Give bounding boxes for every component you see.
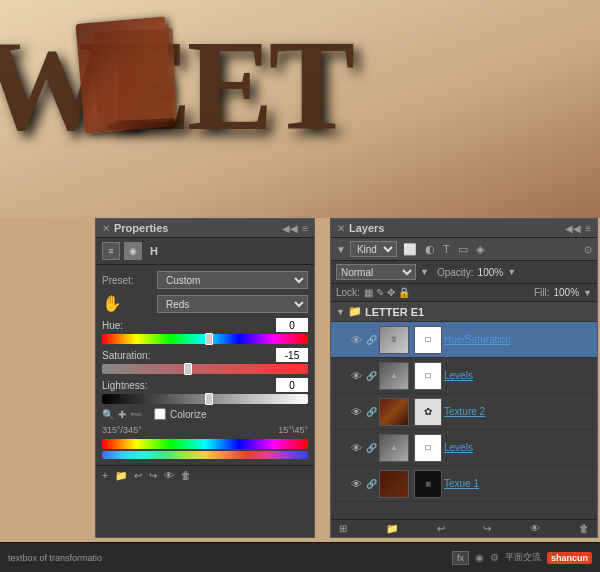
layer-eye-4[interactable]: 👁 <box>351 442 362 454</box>
hue-color-ramp <box>102 439 308 449</box>
trash-bottom-icon[interactable]: 🗑 <box>179 469 193 482</box>
preset-label: Preset: <box>102 275 157 286</box>
layer-eye-1[interactable]: 👁 <box>351 334 362 346</box>
watermark-text: 平面交流 <box>505 551 541 564</box>
layer-filter-adjust-icon[interactable]: ◐ <box>423 243 437 256</box>
layer-eye-2[interactable]: 👁 <box>351 370 362 382</box>
layers-title: Layers <box>349 222 384 234</box>
lock-icons-group: ▦ ✎ ✥ 🔒 <box>364 287 530 298</box>
saturation-label: Saturation: <box>102 350 150 361</box>
folder-bottom-icon[interactable]: 📁 <box>113 469 129 482</box>
filter-toggle[interactable]: ⊙ <box>584 244 592 255</box>
layers-menu-button[interactable]: ≡ <box>585 223 591 234</box>
layers-expand-button[interactable]: ◀◀ <box>565 223 581 234</box>
colorize-label: Colorize <box>170 409 207 420</box>
lock-all-icon[interactable]: 🔒 <box>398 287 410 298</box>
hue-label: Hue: <box>102 320 123 331</box>
layer-row-texture1[interactable]: 👁 🔗 ■ Texue 1 <box>331 466 597 502</box>
channel-row: ✋ Reds <box>102 294 308 313</box>
properties-menu-button[interactable]: ≡ <box>302 223 308 234</box>
layer-name-2[interactable]: Levels <box>444 370 473 381</box>
layer-thumb-1: ⧖ <box>379 326 409 354</box>
layer-row-hue-saturation[interactable]: 👁 🔗 ⧖ □ Hue/Saturation <box>331 322 597 358</box>
layer-filter-type-icon[interactable]: T <box>441 243 452 255</box>
layer-eye-3[interactable]: 👁 <box>351 406 362 418</box>
hue-value-input[interactable]: 0 <box>276 318 308 332</box>
hue-slider-track[interactable] <box>102 334 308 344</box>
layer-filter-pixel-icon[interactable]: ⬜ <box>401 243 419 256</box>
eye-layer-button[interactable]: 👁 <box>527 523 543 534</box>
layer-link-5: 🔗 <box>366 479 377 489</box>
properties-close-button[interactable]: ✕ <box>102 223 110 234</box>
lock-paint-icon[interactable]: ✎ <box>376 287 384 298</box>
properties-tool-icon-1[interactable]: ≡ <box>102 242 120 260</box>
layer-filter-smart-icon[interactable]: ◈ <box>474 243 486 256</box>
properties-body: Preset: Custom ✋ Reds Hue: 0 Satur <box>96 265 314 465</box>
layer-name-1[interactable]: Hue/Saturation <box>444 334 511 345</box>
properties-titlebar: ✕ Properties ◀◀ ≡ <box>96 219 314 238</box>
add-layer-bottom-icon[interactable]: + <box>100 469 110 482</box>
angle-display: 315°/345° 15°\45° <box>102 425 308 435</box>
layers-close-button[interactable]: ✕ <box>337 223 345 234</box>
layer-row-levels-2[interactable]: 👁 🔗 ▲ □ Levels <box>331 430 597 466</box>
status-bar: textbox of transformatio fx ◉ ⚙ 平面交流 sha… <box>0 542 600 572</box>
layer-mask-3: ✿ <box>414 398 442 426</box>
eye-bottom-icon[interactable]: 👁 <box>162 469 176 482</box>
color-ramp-2 <box>102 451 308 459</box>
eyedropper-icon[interactable]: 🔍 <box>102 409 114 420</box>
hue-slider-thumb[interactable] <box>205 333 213 345</box>
lightness-slider-thumb[interactable] <box>205 393 213 405</box>
undo-layer-button[interactable]: ↩ <box>434 523 448 534</box>
lock-move-icon[interactable]: ✥ <box>387 287 395 298</box>
redo-bottom-icon[interactable]: ↪ <box>147 469 159 482</box>
lightness-section: Lightness: 0 <box>102 378 308 404</box>
layer-row-texture2[interactable]: 👁 🔗 ✿ Texture 2 <box>331 394 597 430</box>
colorize-checkbox[interactable] <box>154 408 166 420</box>
colorize-row: 🔍 ✚ ➖ Colorize <box>102 408 308 420</box>
status-icon-1[interactable]: ◉ <box>475 552 484 563</box>
properties-tool-icon-2[interactable]: ◉ <box>124 242 142 260</box>
trash-layer-button[interactable]: 🗑 <box>576 523 592 534</box>
group-expand-icon: ▼ <box>336 307 345 317</box>
preset-select[interactable]: Custom <box>157 271 308 289</box>
redo-layer-button[interactable]: ↪ <box>480 523 494 534</box>
opacity-arrow: ▼ <box>507 267 516 277</box>
folder-button[interactable]: 📁 <box>383 523 401 534</box>
lock-row: Lock: ▦ ✎ ✥ 🔒 Fill: 100% ▼ <box>331 284 597 302</box>
layer-thumb-5 <box>379 470 409 498</box>
add-layer-link-button[interactable]: ⊞ <box>336 523 350 534</box>
properties-expand-button[interactable]: ◀◀ <box>282 223 298 234</box>
saturation-slider-thumb[interactable] <box>184 363 192 375</box>
remove-sample-icon[interactable]: ➖ <box>130 409 142 420</box>
add-sample-icon[interactable]: ✚ <box>118 409 126 420</box>
layer-row-levels-1[interactable]: 👁 🔗 ▲ □ Levels <box>331 358 597 394</box>
layer-name-4[interactable]: Levels <box>444 442 473 453</box>
lightness-value-input[interactable]: 0 <box>276 378 308 392</box>
layers-filter-toolbar: ▼ Kind ⬜ ◐ T ▭ ◈ ⊙ <box>331 238 597 261</box>
layer-eye-5[interactable]: 👁 <box>351 478 362 490</box>
undo-bottom-icon[interactable]: ↩ <box>132 469 144 482</box>
layers-bottom-toolbar: ⊞ 📁 ↩ ↪ 👁 🗑 <box>331 519 597 537</box>
layer-thumb-4: ▲ <box>379 434 409 462</box>
saturation-value-input[interactable]: -15 <box>276 348 308 362</box>
layers-titlebar: ✕ Layers ◀◀ ≡ <box>331 219 597 238</box>
status-text: textbox of transformatio <box>8 553 446 563</box>
preset-row: Preset: Custom <box>102 271 308 289</box>
lock-transparent-icon[interactable]: ▦ <box>364 287 373 298</box>
saturation-slider-track[interactable] <box>102 364 308 374</box>
layer-link-1: 🔗 <box>366 335 377 345</box>
channel-select[interactable]: Reds <box>157 295 308 313</box>
layer-name-3[interactable]: Texture 2 <box>444 406 485 417</box>
status-icon-2[interactable]: ⚙ <box>490 552 499 563</box>
opacity-label: Opacity: <box>437 267 474 278</box>
filter-icon: ▼ <box>336 244 346 255</box>
fill-arrow: ▼ <box>583 288 592 298</box>
layer-name-5[interactable]: Texue 1 <box>444 478 479 489</box>
layer-filter-shape-icon[interactable]: ▭ <box>456 243 470 256</box>
lightness-slider-track[interactable] <box>102 394 308 404</box>
kind-select[interactable]: Kind <box>350 241 397 257</box>
properties-title: Properties <box>114 222 168 234</box>
blend-mode-select[interactable]: Normal <box>336 264 416 280</box>
layer-group-header[interactable]: ▼ 📁 LETTER E1 <box>331 302 597 322</box>
fx-button[interactable]: fx <box>452 551 469 565</box>
